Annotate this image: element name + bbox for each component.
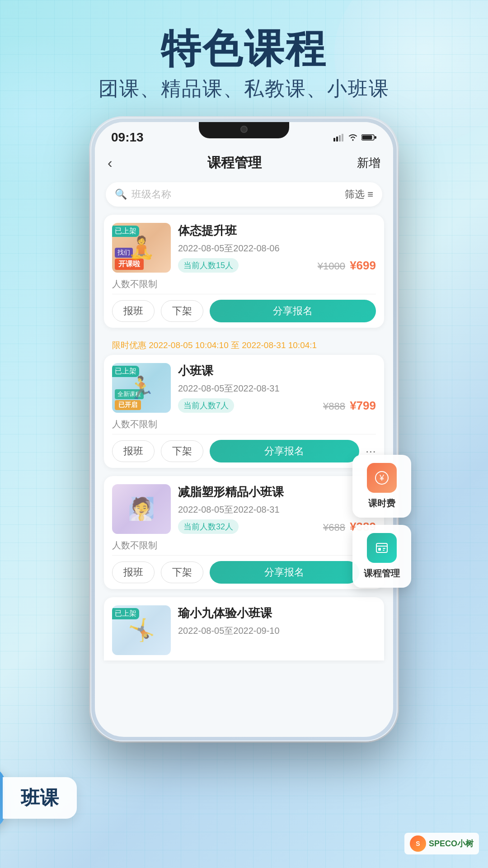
register-btn-2[interactable]: 报班 [112, 440, 155, 462]
figure-icon-3: 🧖 [128, 496, 155, 522]
back-button[interactable]: ‹ [108, 155, 113, 171]
price-2: ¥888 ¥799 [323, 399, 376, 413]
svg-rect-1 [336, 137, 338, 142]
figure-icon: 🧘 [128, 235, 155, 260]
figure-icon-4: 🤸 [128, 618, 155, 643]
phone-frame: 09:13 [90, 118, 398, 741]
count-badge-3: 当前人数32人 [178, 519, 239, 534]
svg-rect-6 [362, 136, 372, 140]
course-image-1: 找们 开课啦 🧘 已上架 [112, 223, 171, 273]
signal-icon [333, 133, 344, 142]
course-manage-card[interactable]: 课程管理 [352, 525, 411, 588]
main-title: 特色课程 [0, 27, 488, 71]
price-new-1: ¥699 [350, 259, 376, 272]
course-image-3: 🧖 [112, 484, 171, 534]
filter-label: 筛选 [345, 188, 365, 201]
people-limit-2: 人数不限制 [104, 418, 384, 434]
svg-rect-7 [375, 136, 376, 139]
course-name-1: 体态提升班 [178, 223, 376, 239]
price-1: ¥1000 ¥699 [318, 259, 376, 273]
main-subtitle: 团课、精品课、私教课、小班课 [0, 75, 488, 102]
svg-rect-13 [383, 548, 385, 549]
svg-rect-12 [378, 548, 381, 551]
page-title: 课程管理 [207, 154, 262, 172]
svg-rect-3 [342, 134, 343, 142]
class-fee-icon: ¥ [367, 463, 397, 493]
svg-text:¥: ¥ [379, 473, 385, 482]
course-actions-3: 报班 下架 分享报名 ··· [104, 556, 384, 589]
course-date-2: 2022-08-05至2022-08-31 [178, 382, 376, 395]
course-info-4: 瑜小九体验小班课 2022-08-05至2022-09-10 [178, 605, 376, 655]
course-manage-icon [367, 533, 397, 563]
promo-banner-2: 限时优惠 2022-08-05 10:04:10 至 2022-08-31 10… [104, 336, 384, 355]
speco-logo: S SPECO小树 [404, 833, 479, 854]
logo-icon: S [410, 835, 426, 852]
shelve-btn-2[interactable]: 下架 [161, 440, 203, 462]
course-actions-1: 报班 下架 分享报名 [104, 294, 384, 328]
course-card-3: 🧖 减脂塑形精品小班课 2022-08-05至2022-08-31 当前人数32… [104, 476, 384, 589]
course-name-2: 小班课 [178, 363, 376, 379]
people-limit-3: 人数不限制 [104, 539, 384, 555]
bottom-float: 班课 [0, 769, 77, 827]
course-date-3: 2022-08-05至2022-08-31 [178, 504, 376, 516]
register-btn-1[interactable]: 报班 [112, 300, 155, 322]
course-info-2: 小班课 2022-08-05至2022-08-31 当前人数7人 ¥888 ¥7… [178, 363, 376, 413]
course-name-3: 减脂塑形精品小班课 [178, 484, 376, 500]
course-name-4: 瑜小九体验小班课 [178, 605, 376, 621]
course-card-1: 找们 开课啦 🧘 已上架 体态提升班 2022-08-05至2022-08-06 [104, 215, 384, 328]
class-fee-card[interactable]: ¥ 课时费 [352, 455, 411, 518]
status-badge-1: 已上架 [112, 226, 139, 237]
search-input[interactable]: 班级名称 [131, 188, 345, 201]
price-old-2: ¥888 [323, 401, 345, 412]
status-badge-2: 已上架 [112, 366, 139, 377]
course-info-3: 减脂塑形精品小班课 2022-08-05至2022-08-31 当前人数32人 … [178, 484, 376, 534]
course-card-2: 全新课程 已开启 🏃 已上架 小班课 2022-08-05至2022-08-31 [104, 355, 384, 468]
course-image-2: 全新课程 已开启 🏃 已上架 [112, 363, 171, 413]
search-icon: 🔍 [115, 189, 127, 200]
count-badge-1: 当前人数15人 [178, 258, 239, 273]
filter-icon: ≡ [367, 189, 373, 200]
svg-rect-0 [333, 138, 335, 142]
status-badge-4: 已上架 [112, 608, 139, 619]
price-old-1: ¥1000 [318, 260, 345, 272]
status-icons [333, 133, 377, 142]
people-limit-1: 人数不限制 [104, 278, 384, 294]
share-btn-3[interactable]: 分享报名 [210, 561, 359, 584]
course-image-4: 🤸 已上架 [112, 605, 171, 655]
count-badge-2: 当前人数7人 [178, 398, 234, 413]
logo-text: SPECO小树 [429, 838, 474, 849]
svg-rect-14 [383, 550, 385, 551]
course-list: 找们 开课啦 🧘 已上架 体态提升班 2022-08-05至2022-08-06 [95, 211, 393, 664]
share-btn-1[interactable]: 分享报名 [210, 300, 376, 322]
price-old-3: ¥688 [323, 522, 345, 533]
course-info-1: 体态提升班 2022-08-05至2022-08-06 当前人数15人 ¥100… [178, 223, 376, 273]
phone-mockup: 09:13 [90, 118, 398, 741]
battery-icon [361, 133, 377, 142]
search-bar[interactable]: 🔍 班级名称 筛选 ≡ [106, 182, 382, 207]
front-camera [240, 126, 248, 133]
filter-button[interactable]: 筛选 ≡ [345, 188, 373, 201]
new-badge2: 已开启 [115, 400, 141, 410]
share-btn-2[interactable]: 分享报名 [210, 440, 359, 462]
float-label: 班课 [3, 777, 77, 819]
course-card-4: 🤸 已上架 瑜小九体验小班课 2022-08-05至2022-09-10 [104, 597, 384, 660]
shelve-btn-1[interactable]: 下架 [161, 300, 203, 322]
svg-rect-2 [339, 135, 341, 142]
phone-notch [199, 122, 289, 138]
phone-inner: 09:13 [95, 122, 393, 737]
course-actions-2: 报班 下架 分享报名 ··· [104, 434, 384, 468]
wifi-icon [348, 133, 358, 142]
shelve-btn-3[interactable]: 下架 [161, 561, 203, 583]
app-navbar: ‹ 课程管理 新增 [95, 148, 393, 178]
course-date-1: 2022-08-05至2022-08-06 [178, 242, 376, 255]
register-btn-3[interactable]: 报班 [112, 561, 155, 583]
course-date-4: 2022-08-05至2022-09-10 [178, 625, 376, 637]
course-manage-label: 课程管理 [357, 567, 407, 580]
header-section: 特色课程 团课、精品课、私教课、小班课 [0, 27, 488, 102]
class-fee-label: 课时费 [357, 497, 407, 509]
overlay-cards: ¥ 课时费 课程管理 [352, 455, 411, 588]
status-time: 09:13 [111, 130, 144, 145]
add-button[interactable]: 新增 [357, 155, 380, 171]
svg-point-4 [352, 140, 354, 141]
svg-rect-10 [376, 543, 387, 552]
